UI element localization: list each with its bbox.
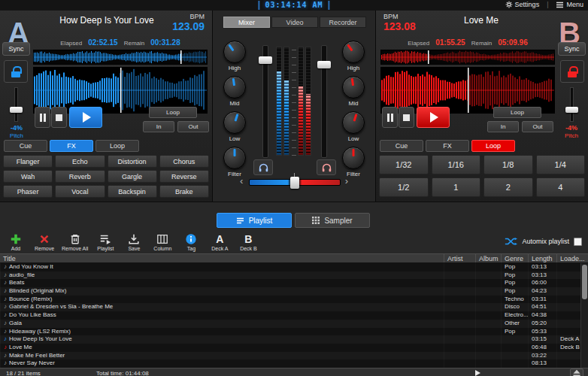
pad-1-2[interactable]: 1/2 bbox=[379, 177, 429, 197]
pad-1-32[interactable]: 1/32 bbox=[379, 155, 429, 174]
high-knob-b[interactable] bbox=[342, 41, 365, 63]
pad-backspin[interactable]: Backspin bbox=[108, 185, 157, 198]
playlist-row[interactable]: ♪Do You Like BassElectro...04:38 bbox=[0, 311, 588, 320]
playlist-row[interactable]: ♪Bounce (Remix)Techno03:31 bbox=[0, 296, 588, 304]
add-button[interactable]: Add bbox=[3, 232, 29, 251]
pad-brake[interactable]: Brake bbox=[159, 185, 209, 198]
playlist-scrollbar[interactable] bbox=[580, 263, 588, 368]
column-header-album[interactable]: Album bbox=[475, 254, 501, 262]
playlist-row[interactable]: ♪Hideaway (LS2 Remix)Pop05:33 bbox=[0, 328, 588, 336]
deck-a-play-button[interactable] bbox=[69, 107, 102, 128]
deck-b-pitch-slider[interactable] bbox=[570, 87, 574, 122]
deck-b-loop-in-button[interactable]: In bbox=[487, 121, 519, 132]
playlist-row[interactable]: ♪How Deep Is Your Love03:15Deck A bbox=[0, 335, 588, 344]
deck-a-button[interactable]: ADeck A bbox=[207, 232, 232, 251]
filter-knob-b[interactable] bbox=[342, 147, 365, 169]
crossfader-right-arrow[interactable]: › bbox=[345, 176, 348, 186]
column-button[interactable]: Column bbox=[150, 232, 175, 251]
deck-a-pause-button[interactable] bbox=[35, 107, 50, 128]
fader-handle[interactable] bbox=[317, 61, 331, 68]
deck-b-tab-fx[interactable]: FX bbox=[426, 140, 469, 152]
pad-echo[interactable]: Echo bbox=[55, 155, 105, 168]
playlist-row[interactable]: ♪BeatsPop06:00 bbox=[0, 279, 588, 287]
settings-button[interactable]: Settings bbox=[505, 1, 540, 8]
column-header-artist[interactable]: Artist bbox=[444, 254, 475, 262]
playlist-row[interactable]: ♪And You Know ItPop03:13 bbox=[0, 263, 588, 271]
pad-reverse[interactable]: Reverse bbox=[159, 170, 209, 183]
pad-1-8[interactable]: 1/8 bbox=[483, 155, 533, 174]
deck-a-loop-in-button[interactable]: In bbox=[143, 121, 174, 132]
remove-button[interactable]: Remove bbox=[32, 232, 57, 251]
deck-b-tab-cue[interactable]: Cue bbox=[380, 140, 423, 152]
pad-wah[interactable]: Wah bbox=[3, 170, 53, 183]
deck-a-stop-button[interactable] bbox=[51, 107, 67, 128]
deck-a-loop-button[interactable]: Loop bbox=[149, 107, 197, 118]
deck-b-pause-button[interactable] bbox=[382, 107, 398, 128]
pad-reverb[interactable]: Reverb bbox=[55, 170, 105, 183]
tag-button[interactable]: Tag bbox=[178, 232, 204, 251]
deck-b-button[interactable]: BDeck B bbox=[235, 232, 261, 251]
deck-b-play-button[interactable] bbox=[417, 107, 450, 128]
deck-b-overview-waveform[interactable] bbox=[380, 50, 555, 65]
status-play-icon[interactable] bbox=[475, 370, 480, 376]
fader-handle[interactable] bbox=[259, 56, 272, 64]
tab-sampler[interactable]: Sampler bbox=[295, 213, 370, 228]
deck-a-pitch-slider[interactable] bbox=[14, 87, 18, 122]
pad-4[interactable]: 4 bbox=[536, 177, 586, 197]
channel-a-fader[interactable] bbox=[262, 45, 268, 158]
tab-playlist[interactable]: Playlist bbox=[217, 213, 292, 228]
playlist-row[interactable]: ♪GalaOther05:20 bbox=[0, 320, 588, 328]
deck-b-stop-button[interactable] bbox=[399, 107, 414, 128]
pad-distortion[interactable]: Distortion bbox=[108, 155, 157, 168]
column-header-title[interactable]: Title bbox=[0, 254, 444, 262]
mid-knob-a[interactable] bbox=[223, 76, 246, 99]
playlist-row[interactable]: ♪Never Say Never08:13 bbox=[0, 359, 588, 368]
deck-a-tab-fx[interactable]: FX bbox=[50, 140, 93, 152]
deck-a-tab-loop[interactable]: Loop bbox=[95, 140, 139, 152]
eject-button[interactable] bbox=[570, 368, 583, 376]
pad-chorus[interactable]: Chorus bbox=[159, 155, 209, 168]
mid-knob-b[interactable] bbox=[342, 76, 365, 99]
scrollbar-thumb[interactable] bbox=[582, 265, 587, 299]
pad-vocal[interactable]: Vocal bbox=[55, 185, 105, 198]
pad-1-4[interactable]: 1/4 bbox=[536, 155, 586, 174]
crossfader-handle[interactable] bbox=[290, 177, 299, 189]
playlist-button[interactable]: Playlist bbox=[92, 232, 118, 251]
column-header-loaded[interactable]: Loade... bbox=[556, 254, 588, 262]
menu-button[interactable]: Menu bbox=[556, 1, 583, 8]
deck-a-headphone-button[interactable] bbox=[253, 159, 273, 175]
mixer-tab-recorder[interactable]: Recorder bbox=[320, 17, 366, 28]
pad-phaser[interactable]: Phaser bbox=[3, 185, 53, 198]
channel-b-fader[interactable] bbox=[321, 45, 327, 158]
playlist-row[interactable]: ♪audio_filePop03:13 bbox=[0, 271, 588, 280]
pad-1[interactable]: 1 bbox=[432, 177, 481, 197]
playlist-row[interactable]: ♪Make Me Feel Better03:22 bbox=[0, 352, 588, 360]
pad-flanger[interactable]: Flanger bbox=[3, 155, 53, 168]
deck-a-overview-waveform[interactable] bbox=[33, 50, 208, 65]
pad-gargle[interactable]: Gargle bbox=[108, 170, 157, 183]
high-knob-a[interactable] bbox=[223, 41, 246, 63]
deck-a-sync-button[interactable]: Sync bbox=[2, 42, 30, 56]
crossfader-left-arrow[interactable]: ‹ bbox=[240, 176, 243, 186]
mixer-tab-video[interactable]: Video bbox=[271, 17, 318, 28]
deck-b-loop-out-button[interactable]: Out bbox=[522, 121, 553, 132]
automix-checkbox[interactable] bbox=[574, 238, 582, 246]
deck-b-loop-button[interactable]: Loop bbox=[493, 107, 541, 118]
deck-a-keylock-button[interactable] bbox=[4, 60, 28, 83]
low-knob-b[interactable] bbox=[342, 111, 365, 134]
column-header-genre[interactable]: Genre bbox=[501, 254, 528, 262]
playlist-row[interactable]: ♪Blinded (Original Mix)Pop04:23 bbox=[0, 287, 588, 296]
playlist-row[interactable]: ♪Gabriel & Dresden vs Sia - Breathe MeDi… bbox=[0, 303, 588, 311]
pitch-slider-handle[interactable] bbox=[565, 107, 578, 113]
save-button[interactable]: Save bbox=[121, 232, 147, 251]
deck-b-keylock-button[interactable] bbox=[560, 60, 584, 83]
low-knob-a[interactable] bbox=[223, 111, 246, 134]
remove-all-button[interactable]: Remove All bbox=[60, 232, 89, 251]
crossfader[interactable] bbox=[249, 179, 341, 186]
filter-knob-a[interactable] bbox=[223, 147, 246, 169]
deck-a-tab-cue[interactable]: Cue bbox=[4, 140, 47, 152]
deck-b-sync-button[interactable]: Sync bbox=[558, 42, 586, 56]
deck-b-tab-loop[interactable]: Loop bbox=[471, 140, 515, 152]
pad-1-16[interactable]: 1/16 bbox=[432, 155, 481, 174]
playlist-row[interactable]: ♪Love Me06:48Deck B bbox=[0, 344, 588, 352]
